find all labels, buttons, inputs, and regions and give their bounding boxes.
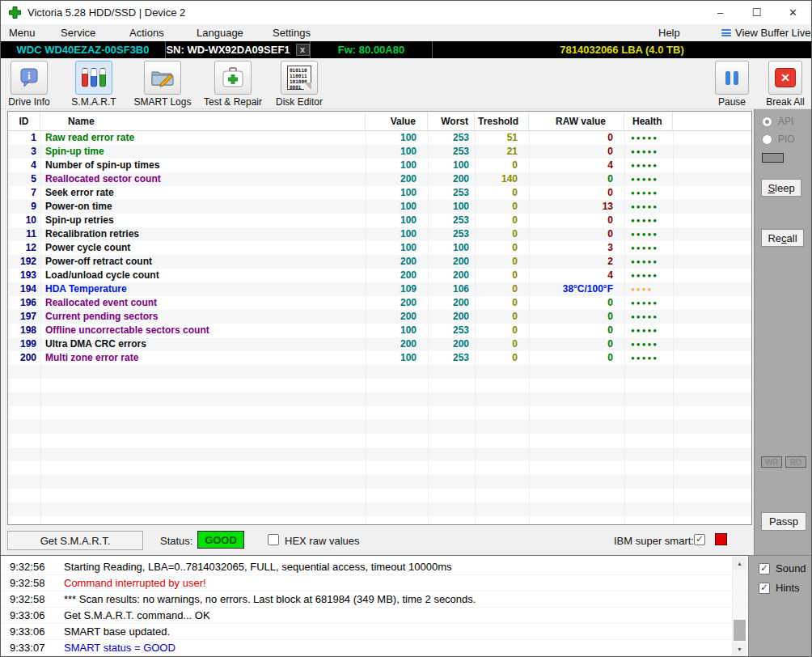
minimize-button[interactable]: – xyxy=(702,1,738,24)
table-row[interactable]: 194HDA Temperature109106038°C/100°F●●●● xyxy=(8,282,751,296)
cell-id: 200 xyxy=(8,351,40,365)
cell-treshold: 0 xyxy=(475,214,529,227)
cell-raw-value: 2 xyxy=(529,255,624,269)
table-row[interactable]: 11Recalibration retries10025300●●●●● xyxy=(8,227,751,241)
menu-item-language[interactable]: Language xyxy=(197,27,243,39)
title-bar: Victoria 5.28 HDD/SSD | Device 2 – ☐ ✕ xyxy=(1,1,811,24)
table-row[interactable]: 3Spin-up time100253210●●●●● xyxy=(8,145,751,159)
cell-worst: 253 xyxy=(428,351,475,365)
table-row[interactable]: 5Reallocated sector count2002001400●●●●● xyxy=(8,172,751,186)
view-buffer-live[interactable]: View Buffer Live xyxy=(721,27,810,39)
sleep-label-rest: leep xyxy=(775,182,795,194)
table-row[interactable]: 10Spin-up retries10025300●●●●● xyxy=(8,214,751,227)
test-repair-button[interactable] xyxy=(214,61,252,95)
health-dots-icon: ●●●●● xyxy=(624,159,673,172)
cell-treshold: 0 xyxy=(475,282,529,296)
recall-label-rest: all xyxy=(787,232,797,244)
hints-checkbox[interactable] xyxy=(759,583,770,594)
drive-info-button[interactable]: i xyxy=(11,61,48,95)
table-row[interactable]: 197Current pending sectors20020000●●●●● xyxy=(8,310,751,324)
disk-editor-button[interactable]: 010110 110011 101000 0001 xyxy=(281,61,318,95)
pause-button[interactable] xyxy=(715,61,749,95)
menu-item-service[interactable]: Service xyxy=(61,27,95,39)
status-label: Status: xyxy=(160,535,192,547)
log-scrollbar[interactable] xyxy=(732,557,746,655)
log-text: SMART base updated. xyxy=(64,624,170,639)
drive-info-label: Drive Info xyxy=(8,96,49,108)
close-button[interactable]: ✕ xyxy=(775,1,811,24)
cell-treshold: 0 xyxy=(475,255,529,269)
cell-value: 100 xyxy=(366,186,428,200)
health-dots-icon: ●●●●● xyxy=(624,241,673,255)
menu-item-menu[interactable]: Menu xyxy=(9,27,36,39)
cell-id: 5 xyxy=(8,172,40,186)
device-capacity: 7814032066 LBA (4.0 TB) xyxy=(432,41,811,58)
cell-worst: 253 xyxy=(428,214,475,227)
table-row[interactable]: 4Number of spin-up times10010004●●●●● xyxy=(8,159,751,172)
cell-worst: 100 xyxy=(428,159,475,172)
table-row[interactable]: 200Multi zone error rate10025300●●●●● xyxy=(8,351,751,365)
hex-raw-values-checkbox[interactable] xyxy=(268,534,279,545)
passp-button[interactable]: Passp xyxy=(761,512,806,531)
cell-worst: 200 xyxy=(428,296,475,310)
api-radio[interactable] xyxy=(762,117,772,127)
cell-treshold: 0 xyxy=(475,227,529,241)
recall-button[interactable]: Recall xyxy=(761,229,804,247)
cell-treshold: 0 xyxy=(475,269,529,282)
table-row[interactable]: 196Reallocated event count20020000●●●●● xyxy=(8,296,751,310)
maximize-button[interactable]: ☐ xyxy=(738,1,775,24)
table-row[interactable]: 198Offline uncorrectable sectors count10… xyxy=(8,324,751,337)
smart-logs-button[interactable] xyxy=(144,61,181,95)
activity-indicator xyxy=(762,153,784,163)
scroll-up-arrow-icon[interactable] xyxy=(733,557,746,570)
rd-button[interactable]: RD xyxy=(785,456,806,468)
device-tab-close-button[interactable]: x xyxy=(296,44,310,56)
cell-id: 12 xyxy=(8,241,40,255)
smart-button[interactable] xyxy=(75,61,112,95)
device-bar: WDC WD40EZAZ-00SF3B0 SN: WD-WX92DA09SEF1… xyxy=(1,41,811,58)
health-dots-icon: ●●●●● xyxy=(624,351,673,365)
sleep-button[interactable]: Sleep xyxy=(761,179,801,197)
cell-worst: 200 xyxy=(428,269,475,282)
table-row[interactable]: 7Seek error rate10025300●●●●● xyxy=(8,186,751,200)
table-row[interactable]: 192Power-off retract count20020002●●●●● xyxy=(8,255,751,269)
toolbar: i Drive Info S.M.A.R.T SMART Logs xyxy=(1,58,811,109)
get-smart-button[interactable]: Get S.M.A.R.T. xyxy=(7,531,143,550)
log-time: 9:33:06 xyxy=(10,624,50,639)
table-row[interactable]: 12Power cycle count10010003●●●●● xyxy=(8,241,751,255)
menu-item-settings[interactable]: Settings xyxy=(273,27,311,39)
cell-treshold: 0 xyxy=(475,241,529,255)
table-row[interactable]: 193Load/unload cycle count20020004●●●●● xyxy=(8,269,751,282)
wr-button[interactable]: WR xyxy=(761,456,782,468)
log-time: 9:33:07 xyxy=(10,640,50,655)
api-radio-row: API xyxy=(762,116,793,127)
sound-checkbox[interactable] xyxy=(759,563,770,574)
cell-raw-value: 0 xyxy=(529,310,624,324)
cell-id: 196 xyxy=(8,296,40,310)
cell-name: Spin-up time xyxy=(40,145,366,159)
menu-item-help[interactable]: Help xyxy=(658,27,680,39)
cell-name: Recalibration retries xyxy=(40,227,366,241)
col-header-value: Value xyxy=(366,112,428,130)
log-entry: 9:32:56Starting Reading, LBA=0..78140320… xyxy=(1,559,748,575)
cell-value: 100 xyxy=(366,131,428,145)
pio-radio[interactable] xyxy=(762,134,772,145)
menu-bar: Menu Service Actions Language Settings H… xyxy=(1,24,811,41)
table-row[interactable]: 1Raw read error rate100253510●●●●● xyxy=(8,131,751,145)
scroll-down-arrow-icon[interactable] xyxy=(733,642,746,655)
cell-treshold: 0 xyxy=(475,186,529,200)
device-model[interactable]: WDC WD40EZAZ-00SF3B0 xyxy=(1,41,165,58)
cell-treshold: 0 xyxy=(475,310,529,324)
table-row[interactable]: 9Power-on time100100013●●●●● xyxy=(8,200,751,214)
ibm-super-smart-checkbox[interactable] xyxy=(694,534,705,545)
break-all-button[interactable] xyxy=(768,61,802,95)
menu-item-actions[interactable]: Actions xyxy=(129,27,164,39)
hints-row: Hints xyxy=(759,582,811,594)
cell-treshold: 140 xyxy=(475,172,529,186)
folder-pencil-icon xyxy=(150,67,175,88)
cell-raw-value: 0 xyxy=(529,214,624,227)
scrollbar-thumb[interactable] xyxy=(734,620,746,641)
table-row[interactable]: 199Ultra DMA CRC errors20020000●●●●● xyxy=(8,337,751,351)
break-all-label: Break All xyxy=(766,96,804,108)
api-label: API xyxy=(778,116,793,127)
